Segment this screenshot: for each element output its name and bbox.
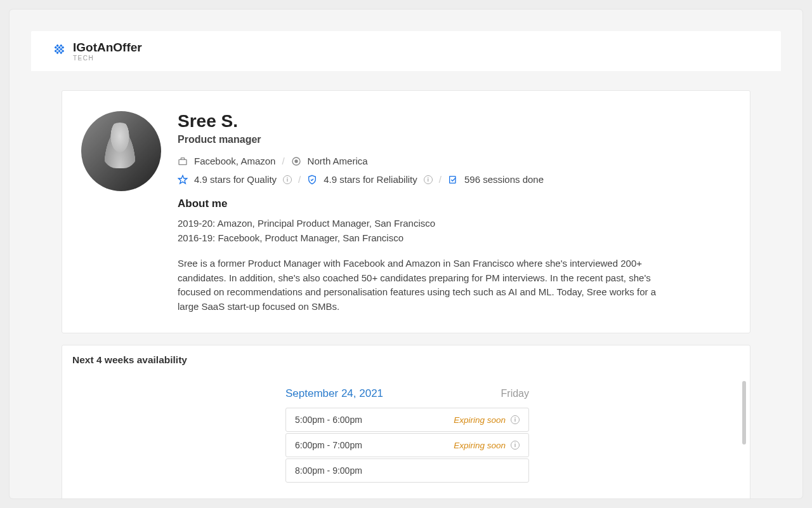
availability-heading: Next 4 weeks availability [62,345,750,375]
time-slot[interactable]: 6:00pm - 7:00pm Expiring soon i [285,433,529,457]
svg-rect-6 [55,46,57,48]
time-slot[interactable]: 8:00pm - 9:00pm [285,458,529,483]
svg-rect-1 [62,46,64,48]
svg-rect-9 [60,51,62,54]
slot-time: 6:00pm - 7:00pm [295,440,362,450]
profile-region: North America [308,156,368,166]
day-header: September 25, 2021 Saturday [285,498,529,498]
svg-marker-15 [178,175,187,184]
scrollbar-thumb[interactable] [742,381,746,444]
day-date: September 24, 2021 [285,387,383,400]
sessions-count: 596 sessions done [464,174,544,185]
quality-rating: 4.9 stars for Quality [194,174,277,185]
svg-rect-0 [60,44,62,46]
svg-rect-7 [56,48,58,50]
briefcase-icon [178,156,188,166]
location-icon [291,156,301,166]
scrollbar[interactable] [742,381,746,498]
svg-rect-8 [58,50,60,52]
svg-rect-16 [450,176,455,183]
svg-rect-10 [55,50,57,52]
about-paragraph: Sree is a former Product Manager with Fa… [178,257,666,314]
svg-rect-5 [62,50,64,52]
expiring-label: Expiring soon [454,415,506,425]
site-header: IGotAnOffer TECH [31,31,781,71]
logo-icon [50,43,67,60]
profile-meta-row-1: Facebook, Amazon / North America [178,156,731,166]
svg-rect-4 [60,48,62,50]
info-icon[interactable]: i [283,175,292,184]
profile-name: Sree S. [178,111,731,131]
separator: / [282,156,284,166]
reliability-rating: 4.9 stars for Reliability [324,174,417,185]
slot-time: 5:00pm - 6:00pm [295,415,362,425]
time-slot[interactable]: 5:00pm - 6:00pm Expiring soon i [285,408,529,432]
info-icon[interactable]: i [511,415,520,424]
availability-card: Next 4 weeks availability September 24, … [62,345,750,498]
info-icon[interactable]: i [424,175,433,184]
avatar [81,111,161,191]
fade-overlay [62,483,750,498]
profile-card: Sree S. Product manager Facebook, Amazon… [62,90,750,333]
svg-rect-2 [56,44,58,46]
svg-rect-12 [179,159,187,164]
shield-check-icon [307,175,317,185]
brand-subtitle: TECH [73,55,142,62]
profile-companies: Facebook, Amazon [194,156,275,166]
availability-body: September 24, 2021 Friday 5:00pm - 6:00p… [62,375,750,498]
day-name: Friday [501,388,529,399]
day-header: September 24, 2021 Friday [285,387,529,400]
star-icon [178,175,188,185]
svg-rect-3 [58,46,60,48]
svg-point-14 [295,160,298,163]
info-icon[interactable]: i [511,441,520,450]
separator: / [439,174,442,185]
brand-logo[interactable]: IGotAnOffer TECH [50,41,142,62]
expiring-label: Expiring soon [454,441,506,450]
about-line-2: 2016-19: Facebook, Product Manager, San … [178,231,731,246]
about-line-1: 2019-20: Amazon, Principal Product Manag… [178,217,731,231]
brand-name: IGotAnOffer [73,41,142,53]
separator: / [298,174,301,185]
day-date: September 25, 2021 [285,498,383,498]
profile-meta-row-2: 4.9 stars for Quality i / 4.9 stars for … [178,174,731,185]
checklist-icon [448,175,458,185]
svg-rect-11 [56,51,58,54]
profile-role: Product manager [178,134,731,145]
about-heading: About me [178,197,731,210]
slot-time: 8:00pm - 9:00pm [295,465,362,476]
